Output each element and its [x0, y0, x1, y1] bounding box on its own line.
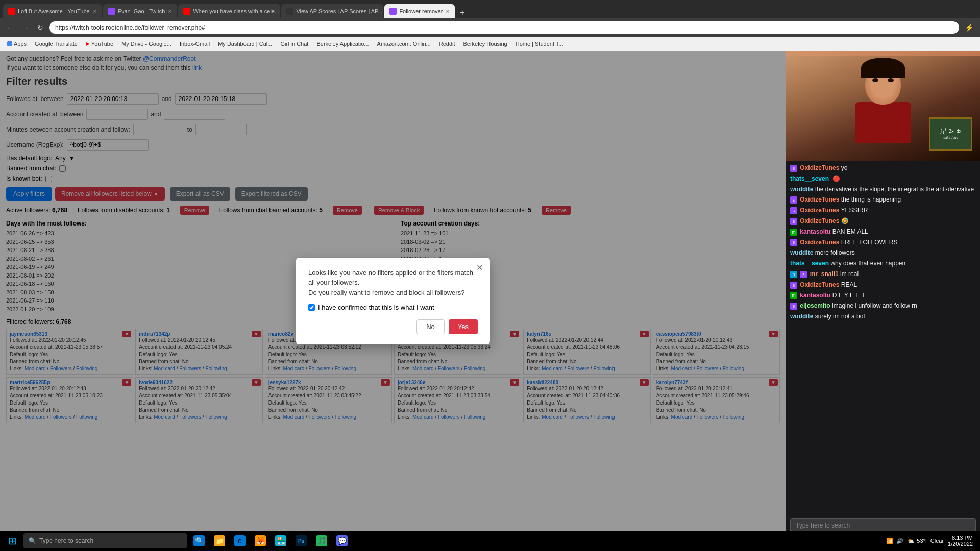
confirm-checkbox[interactable] [308, 304, 315, 311]
close-tab-twitch-evan[interactable]: ✕ [168, 9, 172, 14]
username-oxidize2: OxidizeTunes [800, 196, 839, 203]
username-kanta2: kantasoltu [800, 292, 830, 299]
msg-icon-2: 🔴 [832, 175, 840, 182]
chat-msg-1: s OxidizeTunes yo [790, 164, 976, 172]
tab-twitch-evan[interactable]: Evan_Gao - Twitch ✕ [103, 4, 178, 18]
taskbar-cortana[interactable]: 🔍 [190, 532, 208, 550]
msg-text-10: why does that even happen [830, 260, 905, 267]
tab-label-follower: Follower remover [399, 8, 443, 14]
taskbar: ⊞ 🔍 🔍 📁 e 🦊 🏪 Ps 🎵 💬 📶 [0, 531, 980, 551]
chat-msg-14: s eljosemito imagine i unfollow and foll… [790, 302, 976, 310]
address-input[interactable] [49, 21, 959, 34]
webcam-person: ∫13 2x dx calculus [786, 51, 980, 161]
address-bar-row: ← → ↻ ⚡ [0, 18, 980, 37]
bookmark-translate[interactable]: Google Translate [32, 40, 81, 48]
chat-msg-7: m kantasoltu BAN EM ALL [790, 228, 976, 236]
badge-sub-eljose: s [790, 303, 797, 310]
start-button[interactable]: ⊞ [3, 532, 21, 550]
bookmark-youtube[interactable]: ▶ YouTube [83, 40, 116, 48]
bookmark-dashboard[interactable]: My Dashboard | Cal... [215, 40, 275, 48]
search-icon: 🔍 [29, 537, 36, 544]
photoshop-icon: Ps [296, 535, 307, 546]
msg-text-13: D E Y E E T [832, 292, 865, 299]
bookmark-berkeley[interactable]: Berkeley Applicatio... [313, 40, 372, 48]
taskbar-explorer[interactable]: 📁 [210, 532, 229, 550]
bookmark-apps[interactable]: Apps [4, 40, 30, 48]
bookmark-student[interactable]: Home | Student T... [512, 40, 567, 48]
tab-follower-remover[interactable]: Follower remover ✕ [384, 4, 455, 18]
chat-msg-3: wuddite the derivative is the slope, the… [790, 185, 976, 194]
msg-text-15: surely im not a bot [815, 313, 865, 320]
msg-text-5: YESSIRR [841, 207, 868, 214]
chat-msg-15: wuddite surely im not a bot [790, 312, 976, 321]
favicon-celeb [183, 8, 190, 15]
close-tab-youtube[interactable]: ✕ [93, 9, 97, 14]
taskbar-search[interactable]: 🔍 [23, 533, 187, 548]
confirmation-modal: ✕ Looks like you have no filters applied… [296, 258, 490, 345]
badge-sub-snail: s [800, 271, 807, 278]
tab-youtube[interactable]: Lofi But Awesome - YouTube ✕ [3, 4, 102, 18]
taskbar-search-input[interactable] [39, 537, 182, 544]
date-display: 1/20/2022 [948, 541, 973, 547]
modal-yes-button[interactable]: Yes [449, 319, 478, 334]
cortana-icon: 🔍 [193, 535, 205, 546]
taskbar-spotify[interactable]: 🎵 [312, 532, 331, 550]
modal-no-button[interactable]: No [416, 319, 445, 334]
chat-area: s OxidizeTunes yo thats__seven 🔴 wuddite… [786, 161, 980, 551]
badge-sub-oxidize1: s [790, 165, 797, 172]
modal-overlay[interactable]: ✕ Looks like you have no filters applied… [0, 51, 786, 551]
edge-icon: e [234, 535, 246, 546]
badge-sub-oxidize5: s [790, 239, 797, 246]
close-tab-follower[interactable]: ✕ [446, 9, 450, 14]
webpage: Got any questions? Feel free to ask me o… [0, 51, 786, 551]
bookmark-reddit[interactable]: Reddit [436, 40, 458, 48]
chat-msg-6: s OxidizeTunes 🤣 [790, 217, 976, 226]
bookmarks-bar: Apps Google Translate ▶ YouTube My Drive… [0, 37, 980, 51]
tab-label-celeb: When you have class with a cele... [193, 8, 279, 14]
extensions-button[interactable]: ⚡ [962, 22, 976, 33]
msg-text-6: 🤣 [841, 217, 849, 224]
username-thats1: thats__seven [790, 175, 829, 182]
bookmark-drive[interactable]: My Drive - Google... [118, 40, 175, 48]
favicon-ap [286, 8, 293, 15]
refresh-button[interactable]: ↻ [35, 22, 46, 33]
badge-prime-snail: p [790, 271, 797, 278]
username-wuddite3: wuddite [790, 313, 813, 320]
tab-celeb[interactable]: When you have class with a cele... ✕ [178, 4, 280, 18]
bookmark-housing[interactable]: Berkeley Housing [460, 40, 510, 48]
modal-checkbox-row: I have confirmed that this is what I wan… [308, 304, 478, 311]
tab-label-ap: View AP Scores | AP Scores | AP... [296, 8, 382, 14]
firefox-icon: 🦊 [255, 535, 266, 546]
msg-text-7: BAN EM ALL [832, 228, 868, 235]
taskbar-firefox[interactable]: 🦊 [251, 532, 270, 550]
network-icon: 📶 [886, 538, 893, 544]
forward-button[interactable]: → [19, 22, 32, 33]
chat-msg-12: s OxidizeTunes REAL [790, 281, 976, 289]
chat-msg-4: s OxidizeTunes the thing is happening [790, 195, 976, 204]
confirm-label: I have confirmed that this is what I wan… [318, 304, 434, 311]
new-tab-button[interactable]: + [456, 7, 469, 18]
chat-msg-10: thats__seven why does that even happen [790, 259, 976, 268]
tab-ap[interactable]: View AP Scores | AP Scores | AP... ✕ [281, 4, 383, 18]
badge-mod-kanta2: m [790, 292, 797, 299]
taskbar-edge[interactable]: e [231, 532, 249, 550]
weather-display: ⛅ 53°F Clear [908, 538, 944, 544]
back-button[interactable]: ← [4, 22, 16, 33]
bookmark-girl-chat[interactable]: Girl in Chat [277, 40, 311, 48]
modal-text1: Looks like you have no filters applied o… [308, 268, 478, 298]
msg-text-4: the thing is happening [841, 196, 901, 203]
taskbar-store[interactable]: 🏪 [272, 532, 290, 550]
spotify-icon: 🎵 [316, 535, 327, 546]
sys-tray: 📶 🔊 [886, 538, 903, 544]
msg-text-1: yo [841, 164, 848, 171]
chat-messages: s OxidizeTunes yo thats__seven 🔴 wuddite… [786, 161, 980, 514]
favicon-follower [389, 8, 397, 15]
taskbar-discord[interactable]: 💬 [333, 532, 351, 550]
bookmark-gmail[interactable]: Inbox-Gmail [177, 40, 213, 48]
explorer-icon: 📁 [214, 535, 225, 546]
taskbar-photoshop[interactable]: Ps [292, 532, 310, 550]
badge-mod-kanta: m [790, 229, 797, 236]
bookmark-icon-apps [7, 41, 12, 46]
modal-close-button[interactable]: ✕ [476, 263, 483, 272]
bookmark-amazon[interactable]: Amazon.com: Onlin... [374, 40, 434, 48]
